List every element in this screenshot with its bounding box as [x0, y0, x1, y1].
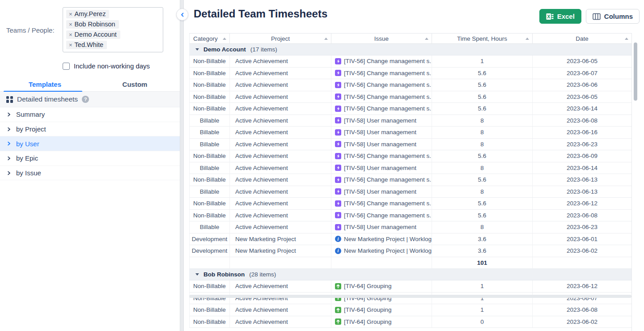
chevron-left-icon — [180, 12, 185, 17]
category-cell: Non-Billable — [190, 304, 230, 316]
project-cell: Active Achievement — [230, 198, 331, 209]
sidebar-item-by-epic[interactable]: by Epic — [0, 151, 180, 166]
column-header-label: Date — [576, 35, 589, 42]
section-title: Detailed timesheets — [17, 95, 78, 103]
group-name: Demo Account — [203, 46, 246, 53]
person-tag: ×Amy.Perez — [66, 10, 109, 18]
export-excel-label: Excel — [557, 13, 575, 20]
issue-cell[interactable]: [TIV-58] User management — [331, 127, 432, 138]
person-tag-label: Demo Account — [75, 31, 117, 38]
help-icon[interactable]: ? — [82, 96, 89, 103]
column-header-date[interactable]: Date — [533, 34, 632, 43]
include-non-working-days-row: Include non-working days — [63, 62, 150, 70]
issue-cell[interactable]: [TIV-56] Change management s... — [331, 79, 432, 91]
issue-label: New Marketing Project | Worklog — [344, 236, 432, 242]
category-cell: Non-Billable — [190, 174, 230, 186]
column-header-project[interactable]: Project — [230, 34, 331, 43]
column-header-time-spent-hours[interactable]: Time Spent, Hours — [432, 34, 533, 43]
issue-cell[interactable]: [TIV-64] Grouping — [331, 316, 432, 328]
include-non-working-days-checkbox[interactable] — [63, 63, 70, 70]
timesheet-row: Non-BillableActive Achievement[TIV-56] C… — [189, 210, 631, 222]
date-cell: 2023-06-02 — [533, 245, 632, 257]
issue-cell[interactable]: [TIV-58] User management — [331, 115, 432, 127]
issue-cell[interactable]: [TIV-56] Change management s... — [331, 174, 432, 186]
timesheet-table: CategoryProjectIssueTime Spent, HoursDat… — [189, 33, 631, 328]
issue-cell[interactable]: [TIV-56] Change management s... — [331, 68, 432, 79]
column-header-issue[interactable]: Issue — [331, 34, 432, 43]
hours-cell: 5.6 — [432, 79, 533, 91]
tab-templates[interactable]: Templates — [0, 77, 90, 91]
chevron-right-icon — [7, 156, 11, 161]
date-cell: 2023-06-09 — [533, 150, 632, 162]
category-cell: Billable — [190, 115, 230, 127]
export-excel-button[interactable]: X Excel — [539, 9, 581, 24]
timesheet-row: Non-BillableActive Achievement[TIV-56] C… — [189, 198, 631, 210]
issue-cell[interactable]: iNew Marketing Project | Worklog — [331, 245, 432, 257]
group-header-row[interactable]: Bob Robinson(28 items) — [189, 269, 631, 280]
issue-label: [TIV-58] User management — [344, 129, 416, 136]
issue-cell[interactable]: [TIV-56] Change management s... — [331, 198, 432, 209]
vertical-scrollbar-track[interactable] — [631, 33, 639, 331]
timesheet-row: Non-BillableActive Achievement[TIV-64] G… — [189, 293, 631, 305]
remove-tag-icon[interactable]: × — [69, 11, 72, 17]
issue-cell[interactable]: [TIV-64] Grouping — [331, 293, 432, 304]
tab-custom[interactable]: Custom — [90, 77, 180, 91]
collapse-sidebar-button[interactable] — [176, 8, 188, 21]
date-cell: 2023-06-13 — [533, 174, 632, 186]
remove-tag-icon[interactable]: × — [69, 21, 72, 27]
issue-cell[interactable]: [TIV-56] Change management s... — [331, 103, 432, 115]
issue-cell[interactable]: [TIV-58] User management — [331, 186, 432, 198]
project-cell: Active Achievement — [230, 293, 331, 304]
hours-cell: 5.6 — [432, 198, 533, 209]
hours-cell: 3.6 — [432, 233, 533, 245]
timesheet-row: Non-BillableActive Achievement[TIV-64] G… — [189, 304, 631, 316]
sidebar-tabs: Templates Custom — [0, 77, 180, 92]
info-icon: i — [335, 248, 341, 254]
issue-label: [TIV-58] User management — [344, 224, 416, 230]
category-cell: Billable — [190, 139, 230, 150]
horizontal-scrollbar-track[interactable] — [189, 295, 631, 298]
info-icon: i — [335, 236, 341, 242]
columns-button[interactable]: Columns — [586, 9, 640, 24]
column-header-category[interactable]: Category — [190, 34, 230, 43]
sidebar-item-by-user[interactable]: by User — [0, 136, 180, 151]
people-multiselect[interactable]: ×Amy.Perez×Bob Robinson×Demo Account×Ted… — [63, 7, 163, 52]
date-cell: 2023-06-23 — [533, 139, 632, 150]
issue-cell[interactable]: [TIV-58] User management — [331, 139, 432, 150]
remove-tag-icon[interactable]: × — [69, 32, 72, 38]
category-cell: Non-Billable — [190, 198, 230, 209]
issue-label: [TIV-58] User management — [344, 188, 416, 195]
person-tag: ×Demo Account — [66, 30, 120, 39]
issue-type-bolt-icon — [335, 212, 341, 218]
issue-cell[interactable]: [TIV-56] Change management s... — [331, 210, 432, 221]
group-header-row[interactable]: Demo Account(17 items) — [189, 44, 631, 55]
date-cell: 2023-06-23 — [533, 221, 632, 233]
sidebar-item-by-issue[interactable]: by Issue — [0, 166, 180, 181]
project-cell: Active Achievement — [230, 91, 331, 103]
issue-cell[interactable]: [TIV-64] Grouping — [331, 304, 432, 316]
remove-tag-icon[interactable]: × — [69, 42, 72, 48]
issue-label: [TIV-64] Grouping — [344, 283, 392, 289]
category-cell: Non-Billable — [190, 280, 230, 292]
category-cell: Non-Billable — [190, 293, 230, 304]
sidebar-item-by-project[interactable]: by Project — [0, 122, 180, 137]
issue-label: [TIV-56] Change management s... — [344, 93, 432, 100]
date-cell: 2023-06-08 — [533, 210, 632, 221]
issue-type-bolt-icon — [335, 82, 341, 88]
issue-cell[interactable]: iNew Marketing Project | Worklog — [331, 233, 432, 245]
issue-cell[interactable]: [TIV-64] Grouping — [331, 280, 432, 292]
issue-cell[interactable]: [TIV-56] Change management s... — [331, 55, 432, 67]
project-cell: Active Achievement — [230, 304, 331, 316]
date-cell: 2023-06-05 — [533, 55, 632, 67]
issue-cell[interactable]: [TIV-58] User management — [331, 221, 432, 233]
issue-cell[interactable]: [TIV-56] Change management s... — [331, 91, 432, 103]
panel-divider[interactable] — [180, 0, 184, 331]
date-cell: 2023-06-08 — [533, 115, 632, 127]
timesheet-row: DevelopmentNew Marketing ProjectiNew Mar… — [189, 245, 631, 257]
caret-down-icon — [195, 273, 199, 276]
issue-cell[interactable]: [TIV-58] User management — [331, 162, 432, 174]
sidebar-item-summary[interactable]: Summary — [0, 107, 180, 122]
vertical-scrollbar-thumb[interactable] — [634, 42, 637, 101]
excel-icon: X — [546, 13, 554, 20]
issue-cell[interactable]: [TIV-56] Change management s... — [331, 150, 432, 162]
